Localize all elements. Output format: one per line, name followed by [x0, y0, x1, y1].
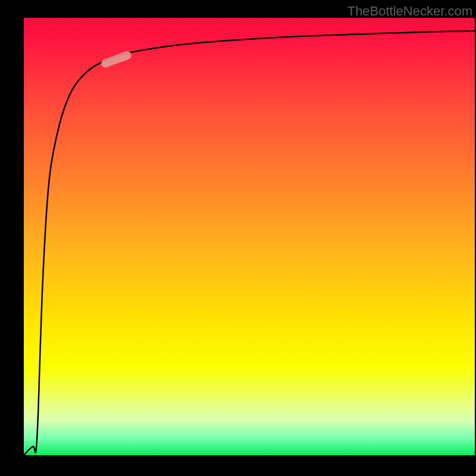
plot-area [24, 18, 475, 455]
attribution-label: TheBottleNecker.com [347, 4, 472, 19]
curve-marker [100, 50, 133, 68]
chart-container: TheBottleNecker.com [0, 0, 476, 476]
bottleneck-curve [24, 31, 475, 455]
plot-svg [24, 18, 475, 455]
